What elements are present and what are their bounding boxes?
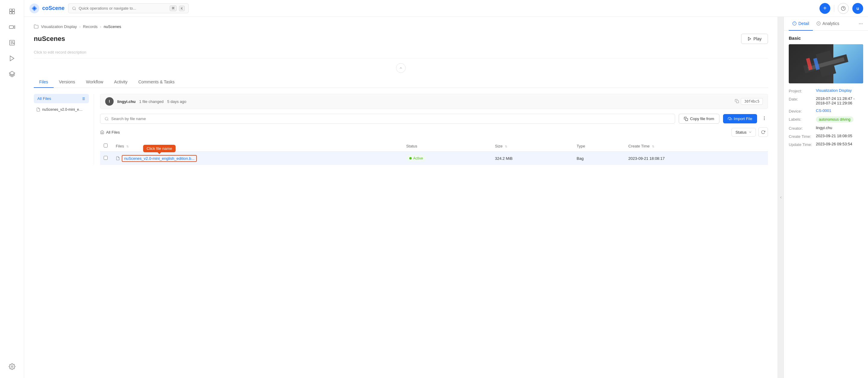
update-time-value: 2023-09-26 09:53:54 <box>816 142 863 146</box>
global-search-bar[interactable]: ⌘ K <box>68 3 189 13</box>
commit-author: lingyi.chu <box>117 99 135 104</box>
breadcrumb-item-project[interactable]: Visualization Display <box>41 24 77 29</box>
breadcrumb: Visualization Display › Records › nuScen… <box>34 24 768 29</box>
svg-marker-10 <box>10 56 14 61</box>
detail-row-date: Date: 2018-07-24 11:28:47 - 2018-07-24 1… <box>789 96 863 105</box>
detail-row-create-time: Create Time: 2023-09-21 18:08:05 <box>789 134 863 139</box>
files-sidebar: All Files nuScenes_v2.0-mini_english_e..… <box>34 94 94 165</box>
tab-files[interactable]: Files <box>34 76 54 88</box>
file-search-input[interactable] <box>111 116 671 121</box>
svg-point-39 <box>862 24 862 24</box>
list-icon <box>81 97 85 101</box>
collapse-button[interactable] <box>396 63 406 73</box>
status-dropdown[interactable]: Status <box>732 128 756 137</box>
tab-workflow[interactable]: Workflow <box>81 76 108 88</box>
record-header: nuScenes Play <box>34 34 768 44</box>
help-button[interactable] <box>838 3 849 14</box>
tab-analytics[interactable]: Analytics <box>813 17 843 31</box>
breadcrumb-item-records[interactable]: Records <box>83 24 97 29</box>
sort-icon: ⇅ <box>126 145 129 148</box>
sidebar <box>0 0 24 378</box>
basic-section-title: Basic <box>789 36 863 41</box>
files-tree-item[interactable]: nuScenes_v2.0-mini_english_e... <box>34 106 89 113</box>
logo-icon <box>29 3 40 14</box>
svg-point-38 <box>861 24 861 24</box>
help-icon <box>841 6 846 11</box>
import-file-button[interactable]: Import File <box>723 114 757 124</box>
th-type: Type <box>573 141 624 152</box>
avatar[interactable]: u <box>852 3 863 14</box>
select-all-checkbox[interactable] <box>104 143 107 147</box>
commit-changed: 1 file changed <box>139 99 164 104</box>
file-search-bar[interactable] <box>100 114 675 124</box>
commit-bar: l lingyi.chu 1 file changed 5 days ago 3… <box>100 94 768 109</box>
tab-activity[interactable]: Activity <box>109 76 133 88</box>
svg-point-26 <box>105 117 108 120</box>
copy-icon <box>684 117 688 121</box>
sidebar-icon-task[interactable] <box>5 36 19 49</box>
sidebar-icon-files[interactable] <box>5 5 19 18</box>
sidebar-icon-camera[interactable] <box>5 21 19 34</box>
copy-icon <box>735 99 739 103</box>
tab-comments[interactable]: Comments & Tasks <box>133 76 180 88</box>
refresh-button[interactable] <box>758 127 768 137</box>
play-button[interactable]: Play <box>741 34 768 44</box>
svg-rect-4 <box>9 26 13 28</box>
label-tag[interactable]: autonomous driving <box>816 116 854 123</box>
svg-point-12 <box>11 366 13 368</box>
create-time-value: 2023-09-21 18:08:05 <box>816 134 863 138</box>
th-checkbox <box>100 141 112 152</box>
detail-more-button[interactable] <box>858 17 863 30</box>
sidebar-icon-layers[interactable] <box>5 67 19 81</box>
more-vertical-icon <box>762 116 767 121</box>
kbd-cmd: ⌘ <box>170 5 177 11</box>
panel-toggle[interactable] <box>778 17 784 378</box>
project-link[interactable]: Visualization Display <box>816 88 852 93</box>
chevron-up-icon <box>399 66 403 70</box>
file-name-cell: Click file name nuScenes_v2.0-mini_engli… <box>112 152 403 165</box>
detail-content: Basic <box>784 31 868 155</box>
search-icon <box>72 6 76 10</box>
tooltip-container: Click file name nuScenes_v2.0-mini_engli… <box>122 156 197 161</box>
logo[interactable]: coScene <box>29 3 64 14</box>
tab-detail[interactable]: Detail <box>789 17 813 31</box>
copy-file-button[interactable]: Copy file from <box>679 114 719 124</box>
info-icon <box>792 21 797 26</box>
record-description[interactable]: Click to edit record description <box>34 50 768 58</box>
more-horizontal-icon <box>858 21 863 26</box>
copy-hash-button[interactable] <box>735 99 739 104</box>
svg-rect-28 <box>686 118 688 121</box>
thumbnail <box>789 44 863 83</box>
detail-row-project: Project: Visualization Display <box>789 88 863 93</box>
sort-size-icon: ⇅ <box>505 145 507 148</box>
folder-icon <box>34 24 38 29</box>
svg-point-14 <box>73 7 75 9</box>
svg-rect-2 <box>9 12 11 14</box>
file-name-link[interactable]: nuScenes_v2.0-mini_english_edition.b... <box>124 156 194 161</box>
chevron-left-icon <box>779 196 783 199</box>
detail-panel: Detail Analytics Basic <box>784 17 868 378</box>
topbar-right: + u <box>819 3 863 14</box>
svg-marker-18 <box>748 37 751 41</box>
more-options-button[interactable] <box>761 115 768 123</box>
files-layout: All Files nuScenes_v2.0-mini_english_e..… <box>34 94 768 165</box>
file-size-cell: 324.2 MiB <box>491 152 573 165</box>
row-checkbox[interactable] <box>104 156 107 160</box>
commit-time: 5 days ago <box>167 99 187 104</box>
row-checkbox-cell <box>100 152 112 165</box>
th-status: Status <box>403 141 492 152</box>
files-table: Files ⇅ Status Size ⇅ Type <box>100 141 768 165</box>
add-button[interactable]: + <box>819 3 830 14</box>
sort-time-icon: ⇅ <box>652 145 654 148</box>
global-search-input[interactable] <box>79 6 167 10</box>
device-link[interactable]: CS-0001 <box>816 108 831 113</box>
sidebar-icon-settings[interactable] <box>5 360 19 373</box>
search-row: Copy file from Import File <box>100 114 768 124</box>
all-files-button[interactable]: All Files <box>34 94 89 103</box>
file-create-time-cell: 2023-09-21 18:08:17 <box>625 152 768 165</box>
svg-point-30 <box>764 117 764 117</box>
sidebar-icon-play[interactable] <box>5 52 19 65</box>
tab-versions[interactable]: Versions <box>54 76 81 88</box>
commit-hash: 30f4bc5 <box>735 98 763 105</box>
file-name-box: nuScenes_v2.0-mini_english_edition.b... <box>122 155 197 162</box>
